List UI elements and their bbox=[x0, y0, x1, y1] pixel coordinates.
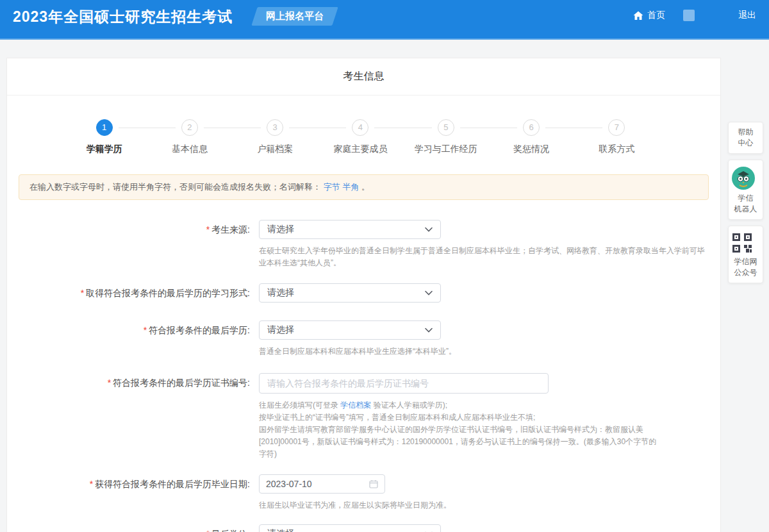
step-1-academic-record[interactable]: 1 学籍学历 bbox=[62, 119, 147, 155]
chevron-down-icon bbox=[425, 328, 433, 333]
step-5-circle: 5 bbox=[438, 119, 454, 136]
step-4-family-members[interactable]: 4 家庭主要成员 bbox=[318, 119, 403, 155]
certificate-number-help: 往届生必须填写(可登录 学信档案 验证本人学籍或学历); 按毕业证书上的“证书编… bbox=[259, 399, 664, 461]
top-header: 2023年全国硕士研究生招生考试 网上报名平台 首页 退出 bbox=[0, 0, 769, 40]
site-title: 2023年全国硕士研究生招生考试 bbox=[13, 7, 233, 26]
last-education-select[interactable]: 请选择 bbox=[259, 320, 441, 340]
graduation-date-picker[interactable]: 2023-07-10 bbox=[259, 474, 385, 494]
chsi-robot-button[interactable]: 学信 机器人 bbox=[728, 160, 763, 220]
required-mark: * bbox=[144, 325, 147, 335]
nav-logout[interactable]: 退出 bbox=[738, 10, 756, 21]
study-form-label: *取得符合报考条件的最后学历的学习形式: bbox=[7, 283, 259, 303]
home-icon bbox=[633, 11, 643, 21]
halfwidth-notice: 在输入数字或字母时，请使用半角字符，否则可能会造成报名失败；名词解释： 字节 半… bbox=[19, 174, 709, 200]
required-mark: * bbox=[81, 288, 84, 298]
field-last-education: *符合报考条件的最后学历: 请选择 普通全日制应届本科和应届本科毕业生应选择“本… bbox=[7, 320, 720, 358]
last-degree-label: *最后学位: bbox=[7, 524, 259, 532]
step-6-rewards-punishments[interactable]: 6 奖惩情况 bbox=[488, 119, 574, 155]
step-7-contact-info[interactable]: 7 联系方式 bbox=[574, 119, 659, 155]
robot-mascot-icon bbox=[731, 166, 760, 190]
step-indicator: 1 学籍学历 2 基本信息 3 户籍档案 4 家庭主要成员 5 学习与工作经历 … bbox=[7, 96, 720, 165]
graduation-date-value: 2023-07-10 bbox=[266, 479, 312, 489]
floating-sidebar: 帮助 中心 学信 机器人 bbox=[728, 122, 763, 283]
required-mark: * bbox=[206, 224, 210, 235]
step-4-circle: 4 bbox=[352, 119, 368, 136]
study-form-value: 请选择 bbox=[267, 287, 294, 299]
nav-home[interactable]: 首页 bbox=[633, 10, 665, 21]
wechat-qr-button[interactable]: 学信网 公众号 bbox=[728, 226, 763, 283]
required-mark: * bbox=[90, 479, 93, 489]
calendar-icon bbox=[369, 479, 378, 488]
academic-record-form: *考生来源: 请选择 在硕士研究生入学年份毕业的普通全日制学生属于普通全日制应届… bbox=[7, 220, 720, 532]
field-study-form: *取得符合报考条件的最后学历的学习形式: 请选择 bbox=[7, 283, 720, 303]
byte-term-link[interactable]: 字节 bbox=[324, 182, 340, 192]
field-candidate-source: *考生来源: 请选择 在硕士研究生入学年份毕业的普通全日制学生属于普通全日制应届… bbox=[7, 220, 720, 269]
step-2-basic-info[interactable]: 2 基本信息 bbox=[147, 119, 232, 155]
field-last-degree: *最后学位: 请选择 bbox=[7, 524, 720, 532]
step-7-circle: 7 bbox=[608, 119, 625, 136]
platform-badge-label: 网上报名平台 bbox=[266, 10, 324, 22]
qr-code-icon bbox=[731, 232, 760, 254]
cert-help-line-3: 国外留学生请填写教育部留学服务中心认证的国外学历学位证书认证书编号，旧版认证书编… bbox=[259, 424, 664, 461]
nav-home-label: 首页 bbox=[647, 10, 665, 21]
notice-text: 在输入数字或字母时，请使用半角字符，否则可能会造成报名失败；名词解释： bbox=[29, 182, 321, 192]
page-title: 考生信息 bbox=[343, 70, 384, 83]
graduation-date-label: *获得符合报考条件的最后学历毕业日期: bbox=[7, 474, 259, 511]
study-form-select[interactable]: 请选择 bbox=[259, 283, 441, 303]
graduation-date-help: 往届生以毕业证书为准，应届生以实际将毕业日期为准。 bbox=[259, 499, 720, 511]
candidate-source-select[interactable]: 请选择 bbox=[259, 220, 441, 239]
field-graduation-date: *获得符合报考条件的最后学历毕业日期: 2023-07-10 往届生以毕业证书为… bbox=[7, 474, 720, 511]
cert-help-line-2: 按毕业证书上的“证书编号”填写，普通全日制应届本科和成人应届本科毕业生不填; bbox=[259, 411, 664, 424]
last-education-label: *符合报考条件的最后学历: bbox=[7, 320, 259, 358]
platform-badge: 网上报名平台 bbox=[251, 7, 338, 26]
step-3-household-file[interactable]: 3 户籍档案 bbox=[233, 119, 318, 155]
required-mark: * bbox=[206, 529, 210, 532]
chevron-down-icon bbox=[425, 227, 433, 232]
step-5-study-work-experience[interactable]: 5 学习与工作经历 bbox=[403, 119, 488, 155]
step-1-circle: 1 bbox=[96, 119, 113, 136]
notice-suffix: 。 bbox=[361, 182, 370, 192]
nav-logout-label: 退出 bbox=[738, 10, 756, 21]
step-3-circle: 3 bbox=[267, 119, 283, 136]
header-nav: 首页 退出 bbox=[633, 7, 756, 21]
field-certificate-number: *符合报考条件的最后学历证书编号: 往届生必须填写(可登录 学信档案 验证本人学… bbox=[7, 373, 720, 461]
candidate-info-card: 考生信息 1 学籍学历 2 基本信息 3 户籍档案 4 家庭主要成员 5 学习与… bbox=[6, 58, 721, 532]
candidate-source-label: *考生来源: bbox=[7, 220, 259, 269]
certificate-number-input[interactable] bbox=[259, 373, 549, 394]
required-mark: * bbox=[108, 378, 111, 388]
last-education-help: 普通全日制应届本科和应届本科毕业生应选择“本科毕业”。 bbox=[259, 345, 720, 358]
help-center-button[interactable]: 帮助 中心 bbox=[728, 122, 763, 154]
cert-help-line-1: 往届生必须填写(可登录 学信档案 验证本人学籍或学历); bbox=[259, 399, 664, 411]
halfwidth-term-link[interactable]: 半角 bbox=[342, 182, 359, 192]
user-badge bbox=[683, 10, 695, 21]
certificate-number-label: *符合报考条件的最后学历证书编号: bbox=[7, 373, 259, 461]
last-degree-select[interactable]: 请选择 bbox=[259, 524, 441, 532]
candidate-source-value: 请选择 bbox=[267, 224, 294, 235]
chsi-archive-link[interactable]: 学信档案 bbox=[340, 401, 371, 410]
step-6-circle: 6 bbox=[523, 119, 540, 136]
card-title-bar: 考生信息 bbox=[7, 58, 720, 96]
chevron-down-icon bbox=[425, 290, 433, 295]
step-2-circle: 2 bbox=[181, 119, 198, 136]
candidate-source-help: 在硕士研究生入学年份毕业的普通全日制学生属于普通全日制应届本科毕业生；自学考试、… bbox=[259, 245, 707, 269]
last-education-value: 请选择 bbox=[267, 324, 294, 336]
last-degree-value: 请选择 bbox=[267, 528, 294, 532]
